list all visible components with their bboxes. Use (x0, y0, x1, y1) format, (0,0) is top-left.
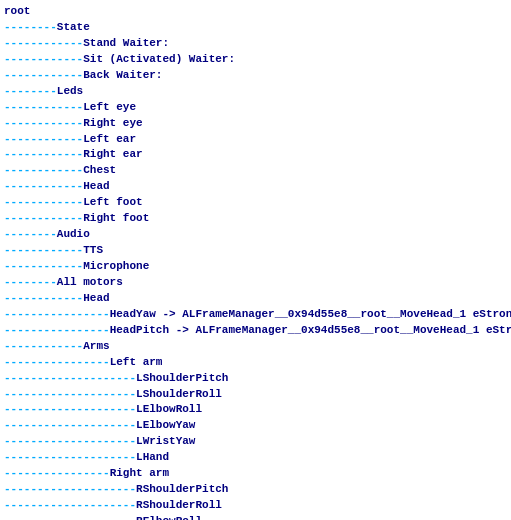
tree-dashes: ---------------- (4, 308, 110, 320)
tree-item: ------------Head (4, 179, 507, 195)
tree-dashes: -------- (4, 21, 57, 33)
tree-label: RShoulderRoll (136, 499, 222, 511)
tree-label: State (57, 21, 90, 33)
tree-label: LElbowYaw (136, 419, 195, 431)
tree-item: ------------Back Waiter: (4, 68, 507, 84)
tree-item: ------------TTS (4, 243, 507, 259)
tree-dashes: ---------------- (4, 467, 110, 479)
tree-label: LShoulderRoll (136, 388, 222, 400)
tree-item: --------------------LElbowYaw (4, 418, 507, 434)
tree-dashes: -------------------- (4, 499, 136, 511)
tree-label: Right eye (83, 117, 142, 129)
tree-item: --------------------LHand (4, 450, 507, 466)
tree-label: Stand Waiter: (83, 37, 169, 49)
tree-label: Right ear (83, 148, 142, 160)
tree-label: RShoulderPitch (136, 483, 228, 495)
tree-dashes: ------------ (4, 212, 83, 224)
tree-item: ------------Head (4, 291, 507, 307)
tree-item: ----------------HeadPitch -> ALFrameMana… (4, 323, 507, 339)
tree-dashes: ------------ (4, 260, 83, 272)
tree-item: --------Leds (4, 84, 507, 100)
tree-label: RElbowRoll (136, 515, 202, 520)
tree-item: ------------Left eye (4, 100, 507, 116)
tree-item: ----------------HeadYaw -> ALFrameManage… (4, 307, 507, 323)
tree-dashes: ------------ (4, 292, 83, 304)
tree-label: Left eye (83, 101, 136, 113)
tree-dashes: ------------ (4, 37, 83, 49)
tree-label: LShoulderPitch (136, 372, 228, 384)
tree-label: Back Waiter: (83, 69, 162, 81)
tree-item: ------------Right eye (4, 116, 507, 132)
tree-label: LElbowRoll (136, 403, 202, 415)
tree-label: Head (83, 180, 109, 192)
tree-dashes: -------------------- (4, 515, 136, 520)
tree-dashes: ------------ (4, 164, 83, 176)
tree-label: Left arm (110, 356, 163, 368)
tree-container: root--------State------------Stand Waite… (4, 4, 507, 520)
tree-item: ------------Right foot (4, 211, 507, 227)
tree-item: ----------------Left arm (4, 355, 507, 371)
tree-label: Microphone (83, 260, 149, 272)
tree-label: HeadYaw -> ALFrameManager__0x94d55e8__ro… (110, 308, 511, 320)
tree-dashes: ------------ (4, 148, 83, 160)
tree-label: Left foot (83, 196, 142, 208)
tree-item: --------------------LShoulderRoll (4, 387, 507, 403)
tree-dashes: -------- (4, 85, 57, 97)
tree-dashes: -------------------- (4, 435, 136, 447)
tree-label: Arms (83, 340, 109, 352)
tree-label: HeadPitch -> ALFrameManager__0x94d55e8__… (110, 324, 511, 336)
tree-item: --------------------LElbowRoll (4, 402, 507, 418)
tree-item: --------Audio (4, 227, 507, 243)
tree-dashes: -------------------- (4, 419, 136, 431)
tree-item: --------------------RShoulderRoll (4, 498, 507, 514)
tree-dashes: ------------ (4, 117, 83, 129)
tree-label: Right foot (83, 212, 149, 224)
tree-item: --------------------LWristYaw (4, 434, 507, 450)
tree-item: ------------Arms (4, 339, 507, 355)
tree-label: LHand (136, 451, 169, 463)
tree-dashes: -------------------- (4, 372, 136, 384)
tree-item: ------------Right ear (4, 147, 507, 163)
tree-item: ------------Left foot (4, 195, 507, 211)
tree-label: Leds (57, 85, 83, 97)
tree-item: --------------------LShoulderPitch (4, 371, 507, 387)
tree-item: ------------Chest (4, 163, 507, 179)
tree-label: root (4, 5, 30, 17)
tree-label: All motors (57, 276, 123, 288)
tree-dashes: ------------ (4, 196, 83, 208)
tree-label: TTS (83, 244, 103, 256)
tree-item: --------State (4, 20, 507, 36)
tree-label: Head (83, 292, 109, 304)
tree-dashes: -------------------- (4, 451, 136, 463)
tree-label: Audio (57, 228, 90, 240)
tree-item: ------------Sit (Activated) Waiter: (4, 52, 507, 68)
tree-dashes: ---------------- (4, 356, 110, 368)
tree-item: ------------Left ear (4, 132, 507, 148)
tree-item: ------------Microphone (4, 259, 507, 275)
tree-dashes: ---------------- (4, 324, 110, 336)
tree-dashes: ------------ (4, 69, 83, 81)
tree-dashes: ------------ (4, 101, 83, 113)
tree-item: --------------------RElbowRoll (4, 514, 507, 520)
tree-dashes: -------- (4, 228, 57, 240)
tree-item: --------------------RShoulderPitch (4, 482, 507, 498)
tree-item: root (4, 4, 507, 20)
tree-dashes: ------------ (4, 180, 83, 192)
tree-item: --------All motors (4, 275, 507, 291)
tree-dashes: ------------ (4, 53, 83, 65)
tree-item: ----------------Right arm (4, 466, 507, 482)
tree-label: Left ear (83, 133, 136, 145)
tree-dashes: ------------ (4, 340, 83, 352)
tree-label: Right arm (110, 467, 169, 479)
tree-dashes: ------------ (4, 244, 83, 256)
tree-dashes: ------------ (4, 133, 83, 145)
tree-dashes: -------------------- (4, 403, 136, 415)
tree-label: LWristYaw (136, 435, 195, 447)
tree-item: ------------Stand Waiter: (4, 36, 507, 52)
tree-label: Chest (83, 164, 116, 176)
tree-dashes: -------------------- (4, 388, 136, 400)
tree-dashes: -------------------- (4, 483, 136, 495)
tree-dashes: -------- (4, 276, 57, 288)
tree-label: Sit (Activated) Waiter: (83, 53, 235, 65)
